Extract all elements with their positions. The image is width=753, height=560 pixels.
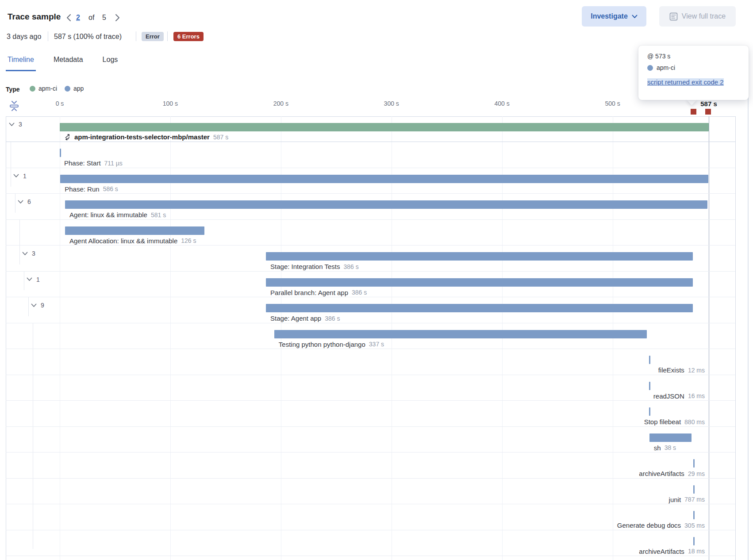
investigate-button[interactable]: Investigate bbox=[582, 6, 646, 27]
waterfall-row: 6Agent: linux && immutable581 s bbox=[6, 194, 735, 219]
accordion-toggle[interactable]: 6 bbox=[18, 198, 31, 205]
axis-tick-label: 587 s bbox=[700, 100, 717, 107]
legend-item-apm-ci: apm-ci bbox=[30, 85, 57, 92]
span-bar[interactable] bbox=[60, 123, 709, 131]
axis-tick-label: 400 s bbox=[495, 100, 510, 107]
span-duration: 12 ms bbox=[688, 367, 705, 374]
view-full-trace-button[interactable]: View full trace bbox=[659, 6, 736, 27]
span-duration: 787 ms bbox=[684, 496, 705, 503]
span-duration: 581 s bbox=[151, 211, 166, 219]
axis-tick-label: 100 s bbox=[163, 100, 178, 107]
scrollbar[interactable] bbox=[748, 52, 749, 560]
span-name: archiveArtifacts bbox=[639, 470, 684, 477]
span-label: junit787 ms bbox=[669, 496, 705, 503]
waterfall-row: archiveArtifacts18 ms bbox=[6, 530, 735, 556]
current-sample-number[interactable]: 2 bbox=[76, 14, 80, 22]
errors-count-badge[interactable]: 6 Errors bbox=[173, 32, 204, 41]
span-bar[interactable] bbox=[649, 433, 692, 442]
span-name: Agent: linux && immutable bbox=[69, 211, 147, 219]
chevron-down-icon bbox=[18, 200, 23, 204]
span-bar[interactable] bbox=[274, 330, 647, 338]
span-tick[interactable] bbox=[649, 356, 650, 364]
fold-icon bbox=[8, 100, 20, 112]
legend-item-app: app bbox=[65, 85, 84, 92]
span-tick[interactable] bbox=[649, 407, 650, 416]
chevron-down-icon bbox=[31, 303, 37, 307]
span-tick[interactable] bbox=[649, 382, 650, 390]
trace-sample-panel: Trace sample 2 of 5 Investigate View ful… bbox=[0, 0, 753, 560]
span-tick[interactable] bbox=[693, 459, 695, 468]
accordion-toggle[interactable]: 9 bbox=[31, 302, 44, 309]
span-label: apm-integration-tests-selector-mbp/maste… bbox=[64, 133, 228, 141]
span-name: Generate debug docs bbox=[617, 522, 681, 529]
span-name: Stop filebeat bbox=[644, 418, 681, 426]
span-label: Parallel branch: Agent app386 s bbox=[270, 289, 367, 296]
span-duration: 337 s bbox=[369, 341, 384, 348]
tab-metadata[interactable]: Metadata bbox=[52, 52, 85, 71]
span-name: sh bbox=[654, 444, 661, 452]
waterfall-row: junit787 ms bbox=[6, 479, 735, 504]
span-name: readJSON bbox=[653, 392, 684, 400]
next-sample-button[interactable] bbox=[111, 12, 123, 23]
span-duration: 18 ms bbox=[688, 548, 705, 555]
span-duration: 29 ms bbox=[688, 470, 705, 477]
span-duration: 305 ms bbox=[684, 522, 705, 529]
chevron-down-icon bbox=[13, 174, 19, 178]
waterfall-row: sh38 s bbox=[6, 427, 735, 453]
span-name: fileExists bbox=[658, 366, 684, 374]
waterfall-row: Stop filebeat880 ms bbox=[6, 401, 735, 426]
span-name: Parallel branch: Agent app bbox=[270, 289, 348, 296]
view-full-trace-label: View full trace bbox=[682, 12, 726, 20]
waterfall-row: Testing python python-django337 s bbox=[6, 323, 735, 349]
span-duration: 586 s bbox=[103, 185, 118, 192]
span-tick[interactable] bbox=[693, 485, 695, 494]
error-marker[interactable] bbox=[691, 109, 696, 115]
span-bar[interactable] bbox=[266, 252, 693, 261]
span-bar[interactable] bbox=[266, 278, 693, 287]
span-label: fileExists12 ms bbox=[658, 366, 705, 374]
span-label: Stage: Integration Tests386 s bbox=[270, 263, 359, 270]
accordion-toggle[interactable]: 3 bbox=[22, 250, 35, 257]
legend-dot-icon bbox=[30, 86, 35, 92]
span-tick[interactable] bbox=[60, 149, 61, 157]
span-bar[interactable] bbox=[65, 200, 707, 209]
span-name: Phase: Start bbox=[64, 159, 101, 167]
child-count: 1 bbox=[23, 173, 27, 180]
span-bar[interactable] bbox=[65, 226, 204, 235]
span-label: Phase: Start711 µs bbox=[64, 159, 123, 167]
accordion-toggle[interactable]: 1 bbox=[13, 173, 27, 180]
error-message-link[interactable]: script returned exit code 2 bbox=[647, 78, 724, 86]
child-count: 6 bbox=[27, 198, 31, 205]
page-title: Trace sample bbox=[8, 12, 61, 22]
child-count: 1 bbox=[36, 276, 40, 283]
waterfall-row: readJSON16 ms bbox=[6, 375, 735, 401]
type-legend: apm-ciapp bbox=[30, 85, 84, 92]
span-name: Phase: Run bbox=[65, 185, 99, 193]
axis-tick-label: 300 s bbox=[384, 100, 399, 107]
span-name: Testing python python-django bbox=[279, 341, 365, 348]
pipeline-icon bbox=[64, 134, 71, 140]
waterfall-row: 3apm-integration-tests-selector-mbp/mast… bbox=[6, 116, 735, 142]
axis-tick-label: 0 s bbox=[56, 100, 64, 107]
span-duration: 386 s bbox=[325, 315, 340, 322]
tab-logs[interactable]: Logs bbox=[101, 52, 120, 71]
span-bar[interactable] bbox=[266, 304, 693, 312]
accordion-toggle[interactable]: 3 bbox=[9, 121, 22, 128]
collapse-all-button[interactable] bbox=[8, 100, 20, 114]
span-bar[interactable] bbox=[60, 175, 708, 183]
tooltip-service: apm-ci bbox=[647, 64, 675, 71]
span-name: junit bbox=[669, 496, 681, 503]
axis-tick-label: 500 s bbox=[605, 100, 620, 107]
span-name: Stage: Agent app bbox=[270, 315, 321, 322]
span-duration: 386 s bbox=[352, 289, 367, 296]
span-label: Phase: Run586 s bbox=[65, 185, 118, 193]
error-tooltip: @ 573 s apm-ci script returned exit code… bbox=[638, 46, 749, 100]
span-label: Generate debug docs305 ms bbox=[617, 522, 705, 529]
accordion-toggle[interactable]: 1 bbox=[27, 276, 40, 283]
span-tick[interactable] bbox=[693, 511, 695, 519]
error-marker[interactable] bbox=[705, 109, 711, 115]
tab-timeline[interactable]: Timeline bbox=[6, 52, 36, 71]
span-label: archiveArtifacts29 ms bbox=[639, 470, 705, 477]
span-tick[interactable] bbox=[693, 537, 695, 545]
prev-sample-button[interactable] bbox=[63, 12, 74, 23]
